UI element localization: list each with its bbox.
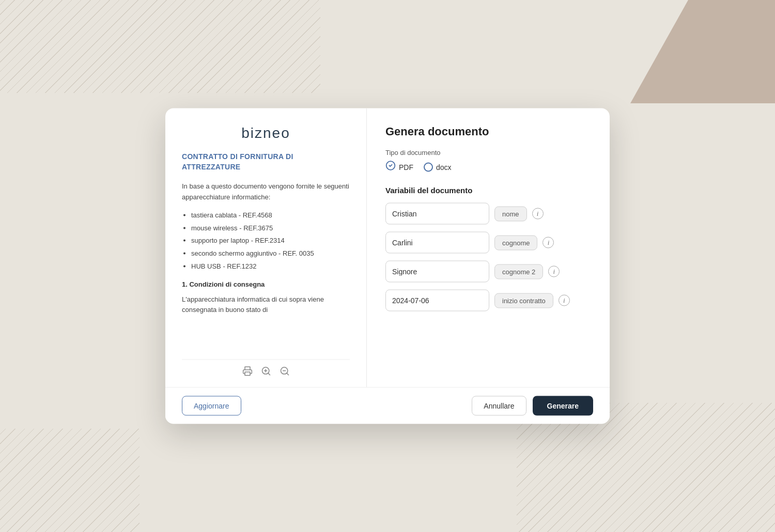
- nome-tag: nome: [494, 206, 527, 221]
- form-title: Genera documento: [385, 125, 591, 138]
- cognome-tag: cognome: [494, 235, 537, 250]
- document-title: CONTRATTO DI FORNITURA DI ATTREZZATURE: [182, 152, 350, 172]
- document-form: Genera documento Tipo di documento PDF d…: [367, 108, 610, 387]
- generate-button[interactable]: Generare: [533, 396, 593, 416]
- pdf-radio-option[interactable]: PDF: [385, 161, 413, 174]
- section1-text: L'apparecchiatura informatica di cui sop…: [182, 294, 350, 316]
- pdf-check-icon: [385, 161, 396, 174]
- doc-toolbar: [182, 359, 350, 379]
- doc-intro-text: In base a questo documento vengono forni…: [182, 181, 350, 203]
- cognome2-tag: cognome 2: [494, 264, 543, 279]
- variable-row-inizio: inizio contratto i: [385, 290, 591, 311]
- document-content: In base a questo documento vengono forni…: [182, 181, 350, 323]
- list-item: secondo schermo aggiuntivo - REF. 0035: [191, 248, 350, 259]
- svg-rect-0: [245, 372, 250, 375]
- update-button[interactable]: Aggiornare: [182, 396, 241, 416]
- variable-row-nome: nome i: [385, 203, 591, 225]
- doc-items-list: tastiera cablata - REF.4568 mouse wirele…: [191, 210, 350, 272]
- nome-input[interactable]: [385, 203, 489, 225]
- svg-line-6: [286, 373, 288, 375]
- cognome-input[interactable]: [385, 232, 489, 254]
- cognome2-info-icon[interactable]: i: [548, 266, 560, 277]
- footer-right-buttons: Annullare Generare: [472, 396, 593, 416]
- logo-text: bizneo: [241, 125, 290, 141]
- zoom-out-icon[interactable]: [280, 366, 290, 379]
- docx-radio-option[interactable]: docx: [424, 162, 452, 171]
- modal: bizneo CONTRATTO DI FORNITURA DI ATTREZZ…: [165, 108, 610, 424]
- list-item: mouse wireless - REF.3675: [191, 223, 350, 233]
- pdf-label: PDF: [399, 163, 413, 171]
- modal-footer: Aggiornare Annullare Generare: [165, 387, 610, 424]
- inizio-contratto-tag: inizio contratto: [494, 293, 553, 308]
- list-item: supporto per laptop - REF.2314: [191, 236, 350, 246]
- doc-type-label: Tipo di documento: [385, 149, 591, 157]
- list-item: HUB USB - REF.1232: [191, 261, 350, 272]
- inizio-contratto-info-icon[interactable]: i: [559, 295, 570, 306]
- cancel-button[interactable]: Annullare: [472, 396, 526, 416]
- cognome2-input[interactable]: [385, 261, 489, 283]
- list-item: tastiera cablata - REF.4568: [191, 210, 350, 221]
- zoom-in-icon[interactable]: [261, 366, 271, 379]
- bg-lines-bottom-left: [0, 429, 140, 532]
- inizio-contratto-input[interactable]: [385, 290, 489, 311]
- logo-container: bizneo: [182, 125, 350, 142]
- docx-radio-circle: [424, 162, 433, 171]
- variable-row-cognome2: cognome 2 i: [385, 261, 591, 283]
- variable-row-cognome: cognome i: [385, 232, 591, 254]
- svg-line-2: [268, 373, 270, 375]
- modal-body: bizneo CONTRATTO DI FORNITURA DI ATTREZZ…: [165, 108, 610, 387]
- nome-info-icon[interactable]: i: [532, 208, 544, 220]
- bg-lines-top-left: [0, 0, 320, 93]
- cognome-info-icon[interactable]: i: [542, 237, 554, 248]
- doc-type-radio-group: PDF docx: [385, 161, 591, 174]
- print-icon[interactable]: [242, 366, 253, 379]
- document-preview: bizneo CONTRATTO DI FORNITURA DI ATTREZZ…: [165, 108, 367, 387]
- variables-section-label: Variabili del documento: [385, 186, 591, 195]
- docx-label: docx: [436, 163, 452, 171]
- section1-title: 1. Condizioni di consegna: [182, 279, 350, 290]
- bg-shape-top-right: [630, 0, 775, 103]
